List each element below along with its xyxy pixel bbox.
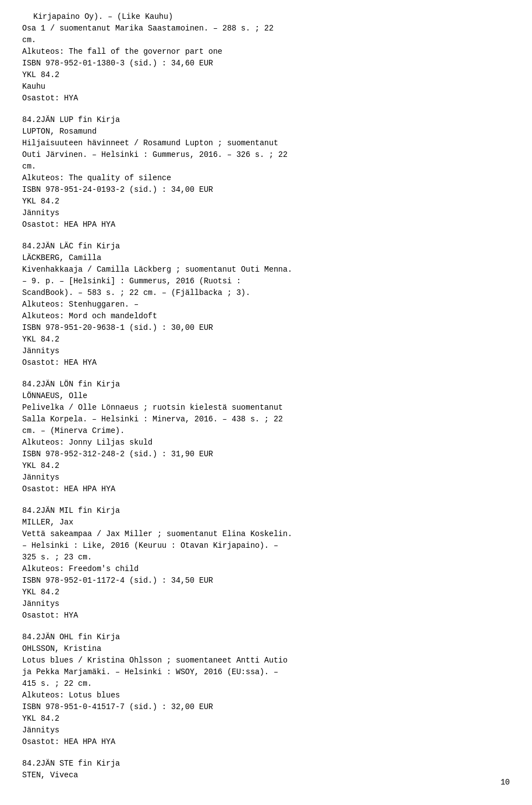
entry-ohl-l4: 415 s. ; 22 cm. xyxy=(22,678,510,690)
entry-lac-l3: – 9. p. – [Helsinki] : Gummerus, 2016 (R… xyxy=(22,276,510,287)
top-line-8: Osastot: HYA xyxy=(22,93,510,104)
entry-mil-l8: Jännitys xyxy=(22,598,510,610)
entry-lon-header: 84.2JÄN LÖN fin Kirja xyxy=(22,379,510,390)
entry-lac-l7: ISBN 978-951-20-9638-1 (sid.) : 30,00 EU… xyxy=(22,322,510,334)
top-line-5: ISBN 978-952-01-1380-3 (sid.) : 34,60 EU… xyxy=(22,58,510,69)
entry-mil-l2: Vettä sakeampaa / Jax Miller ; suomentan… xyxy=(22,528,510,540)
entry-mil-l7: YKL 84.2 xyxy=(22,587,510,598)
entry-lup: 84.2JÄN LUP fin Kirja LUPTON, Rosamund H… xyxy=(22,114,510,231)
entry-ohl-l9: Osastot: HEA HPA HYA xyxy=(22,736,510,748)
entry-lac-l10: Osastot: HEA HYA xyxy=(22,357,510,369)
top-line-3: cm. xyxy=(22,34,510,46)
entry-lon: 84.2JÄN LÖN fin Kirja LÖNNAEUS, Olle Pel… xyxy=(22,379,510,495)
entry-ohl-l2: Lotus blues / Kristina Ohlsson ; suoment… xyxy=(22,655,510,666)
entry-lup-l5: Alkuteos: The quality of silence xyxy=(22,172,510,184)
entry-lup-l8: Jännitys xyxy=(22,207,510,219)
top-line-6: YKL 84.2 xyxy=(22,69,510,81)
entry-ste: 84.2JÄN STE fin Kirja STEN, Viveca xyxy=(22,758,510,781)
entry-lup-l7: YKL 84.2 xyxy=(22,196,510,207)
top-section: Kirjapaino Oy). – (Like Kauhu) Osa 1 / s… xyxy=(22,11,510,104)
entry-lup-l1: LUPTON, Rosamund xyxy=(22,126,510,137)
page-number: 10 xyxy=(500,777,510,788)
entry-lon-l1: LÖNNAEUS, Olle xyxy=(22,390,510,402)
entry-mil-l5: Alkuteos: Freedom's child xyxy=(22,563,510,575)
entry-lac-l6: Alkuteos: Mord och mandeldoft xyxy=(22,310,510,322)
entry-ste-l1: STEN, Viveca xyxy=(22,770,510,781)
entry-lon-l6: ISBN 978-952-312-248-2 (sid.) : 31,90 EU… xyxy=(22,449,510,460)
entry-lon-l5: Alkuteos: Jonny Liljas skuld xyxy=(22,437,510,449)
entry-lup-header: 84.2JÄN LUP fin Kirja xyxy=(22,114,510,126)
top-line-4: Alkuteos: The fall of the governor part … xyxy=(22,46,510,58)
entry-ohl-l7: YKL 84.2 xyxy=(22,713,510,725)
entry-ohl-l1: OHLSSON, Kristina xyxy=(22,643,510,655)
top-line-2: Osa 1 / suomentanut Marika Saastamoinen.… xyxy=(22,23,510,34)
entry-ste-header: 84.2JÄN STE fin Kirja xyxy=(22,758,510,770)
entry-ohl-header: 84.2JÄN OHL fin Kirja xyxy=(22,631,510,643)
entry-lac-l9: Jännitys xyxy=(22,345,510,357)
entry-mil: 84.2JÄN MIL fin Kirja MILLER, Jax Vettä … xyxy=(22,505,510,621)
page-wrapper: Kirjapaino Oy). – (Like Kauhu) Osa 1 / s… xyxy=(22,11,510,794)
entry-lac-l5: Alkuteos: Stenhuggaren. – xyxy=(22,299,510,310)
entry-lon-l2: Pelivelka / Olle Lönnaeus ; ruotsin kiel… xyxy=(22,402,510,414)
top-line-7: Kauhu xyxy=(22,81,510,93)
entry-lup-l2: Hiljaisuuteen hävinneet / Rosamund Lupto… xyxy=(22,137,510,149)
entry-lac-l1: LÄCKBERG, Camilla xyxy=(22,252,510,264)
entry-ohl-l6: ISBN 978-951-0-41517-7 (sid.) : 32,00 EU… xyxy=(22,701,510,713)
entry-ohl-l8: Jännitys xyxy=(22,725,510,736)
entry-lup-l4: cm. xyxy=(22,161,510,172)
entry-lon-l4: cm. – (Minerva Crime). xyxy=(22,425,510,437)
entry-lup-l3: Outi Järvinen. – Helsinki : Gummerus, 20… xyxy=(22,149,510,161)
entry-mil-l4: 325 s. ; 23 cm. xyxy=(22,552,510,563)
entry-lon-l7: YKL 84.2 xyxy=(22,460,510,472)
entry-lac-l8: YKL 84.2 xyxy=(22,334,510,345)
entry-mil-l6: ISBN 978-952-01-1172-4 (sid.) : 34,50 EU… xyxy=(22,575,510,587)
entry-ohl-l3: ja Pekka Marjamäki. – Helsinki : WSOY, 2… xyxy=(22,666,510,678)
entry-lac: 84.2JÄN LÄC fin Kirja LÄCKBERG, Camilla … xyxy=(22,241,510,369)
entry-mil-l9: Osastot: HYA xyxy=(22,610,510,621)
entry-lon-l8: Jännitys xyxy=(22,472,510,483)
entry-lac-l2: Kivenhakkaaja / Camilla Läckberg ; suome… xyxy=(22,264,510,276)
entry-mil-header: 84.2JÄN MIL fin Kirja xyxy=(22,505,510,517)
entry-lac-l4: ScandBook). – 583 s. ; 22 cm. – (Fjällba… xyxy=(22,287,510,299)
entry-lon-l3: Salla Korpela. – Helsinki : Minerva, 201… xyxy=(22,414,510,425)
entry-lup-l6: ISBN 978-951-24-0193-2 (sid.) : 34,00 EU… xyxy=(22,184,510,196)
entry-ohl-l5: Alkuteos: Lotus blues xyxy=(22,690,510,701)
entry-lac-header: 84.2JÄN LÄC fin Kirja xyxy=(22,241,510,252)
entry-ohl: 84.2JÄN OHL fin Kirja OHLSSON, Kristina … xyxy=(22,631,510,748)
entry-lup-l9: Osastot: HEA HPA HYA xyxy=(22,219,510,231)
top-line-1: Kirjapaino Oy). – (Like Kauhu) xyxy=(33,11,510,23)
entry-lon-l9: Osastot: HEA HPA HYA xyxy=(22,483,510,495)
entry-mil-l3: – Helsinki : Like, 2016 (Keuruu : Otavan… xyxy=(22,540,510,552)
entry-mil-l1: MILLER, Jax xyxy=(22,517,510,528)
